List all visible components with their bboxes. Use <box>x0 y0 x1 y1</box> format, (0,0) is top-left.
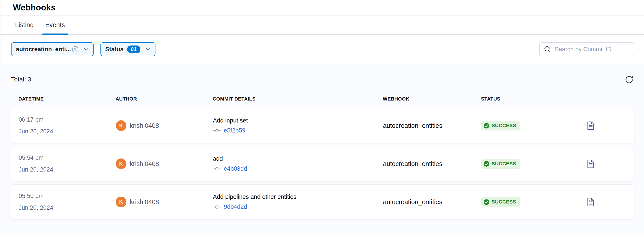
commit-details-cell: Add pipelines and other entities 9db4d2d <box>213 193 383 210</box>
avatar: K <box>116 197 126 207</box>
avatar: K <box>116 120 126 131</box>
remove-filter-icon[interactable] <box>72 46 78 53</box>
commit-details-cell: Add input set e5f2b59 <box>213 117 383 134</box>
author-cell: K krishi0408 <box>116 120 213 131</box>
page-title: Webhooks <box>13 3 56 13</box>
payload-document-icon[interactable] <box>587 160 594 168</box>
status-label: SUCCESS <box>492 123 516 128</box>
status-label: SUCCESS <box>492 199 516 205</box>
commit-message: Add input set <box>213 117 383 124</box>
status-filter-chip[interactable]: Status 01 <box>100 42 156 56</box>
status-cell: SUCCESS <box>481 159 587 169</box>
tab-bar: Listing Events <box>0 16 644 35</box>
column-header-webhook: WEBHOOK <box>383 96 481 102</box>
event-time: 05:54 pm <box>19 152 116 164</box>
table-row[interactable]: 06:17 pm Jun 20, 2024 K krishi0408 Add i… <box>11 108 634 143</box>
column-header-commit-details: COMMIT DETAILS <box>213 96 383 102</box>
search-box <box>539 42 634 56</box>
payload-document-icon[interactable] <box>587 198 594 206</box>
check-circle-icon <box>484 199 490 205</box>
author-name: krishi0408 <box>130 160 159 167</box>
total-count-label: Total: 3 <box>11 76 31 83</box>
column-header-author: AUTHOR <box>116 96 213 102</box>
chevron-down-icon[interactable] <box>84 48 89 51</box>
webhook-filter-label: autocreation_enti... <box>16 46 71 53</box>
title-bar: Webhooks <box>0 0 644 16</box>
commit-id-link[interactable]: e4b03dd <box>224 165 247 172</box>
tab-listing-label: Listing <box>15 21 34 29</box>
webhook-name: autocreation_entities <box>383 198 481 206</box>
webhook-filter-chip[interactable]: autocreation_enti... <box>11 42 94 56</box>
refresh-button[interactable] <box>624 74 634 85</box>
status-badge: SUCCESS <box>481 197 520 207</box>
datetime-cell: 05:50 pm Jun 20, 2024 <box>19 190 116 214</box>
webhook-name: autocreation_entities <box>383 160 481 167</box>
table-row[interactable]: 05:54 pm Jun 20, 2024 K krishi0408 add e… <box>11 146 634 181</box>
check-circle-icon <box>484 161 490 167</box>
search-input[interactable] <box>555 46 633 53</box>
event-date: Jun 20, 2024 <box>19 126 116 137</box>
chevron-down-icon[interactable] <box>146 48 150 51</box>
commit-id-link[interactable]: 9db4d2d <box>224 203 247 210</box>
status-badge: SUCCESS <box>481 121 520 130</box>
commit-message: add <box>213 155 383 162</box>
event-date: Jun 20, 2024 <box>19 202 116 214</box>
total-bar: Total: 3 <box>0 64 644 85</box>
author-cell: K krishi0408 <box>116 197 213 207</box>
table-row[interactable]: 05:50 pm Jun 20, 2024 K krishi0408 Add p… <box>11 184 634 219</box>
event-time: 05:50 pm <box>19 190 116 202</box>
commit-details-cell: add e4b03dd <box>213 155 383 172</box>
author-name: krishi0408 <box>130 122 159 129</box>
status-badge: SUCCESS <box>481 159 520 169</box>
avatar: K <box>116 158 126 169</box>
datetime-cell: 06:17 pm Jun 20, 2024 <box>19 114 116 137</box>
column-header-status: STATUS <box>481 96 587 102</box>
filter-bar: autocreation_enti... Status 01 <box>0 35 644 64</box>
author-name: krishi0408 <box>130 198 159 206</box>
table-header-row: DATETIME AUTHOR COMMIT DETAILS WEBHOOK S… <box>11 96 634 102</box>
commit-id-link[interactable]: e5f2b59 <box>224 127 246 134</box>
status-filter-count-badge: 01 <box>127 46 140 53</box>
event-date: Jun 20, 2024 <box>19 164 116 175</box>
commit-icon <box>213 129 221 133</box>
commit-icon <box>213 205 221 209</box>
check-circle-icon <box>484 123 490 129</box>
status-cell: SUCCESS <box>481 197 587 207</box>
author-cell: K krishi0408 <box>116 158 213 169</box>
tab-listing[interactable]: Listing <box>12 16 37 34</box>
column-header-datetime: DATETIME <box>18 96 116 102</box>
tab-events[interactable]: Events <box>42 16 68 34</box>
status-filter-label: Status <box>105 46 124 53</box>
datetime-cell: 05:54 pm Jun 20, 2024 <box>19 152 116 175</box>
search-icon <box>544 46 551 53</box>
status-label: SUCCESS <box>492 161 516 167</box>
commit-icon <box>213 167 221 171</box>
event-time: 06:17 pm <box>19 114 116 126</box>
refresh-icon <box>624 74 634 85</box>
status-cell: SUCCESS <box>481 121 587 130</box>
tab-events-label: Events <box>45 21 65 29</box>
commit-message: Add pipelines and other entities <box>213 193 383 200</box>
webhook-name: autocreation_entities <box>383 122 481 129</box>
payload-document-icon[interactable] <box>587 121 594 130</box>
